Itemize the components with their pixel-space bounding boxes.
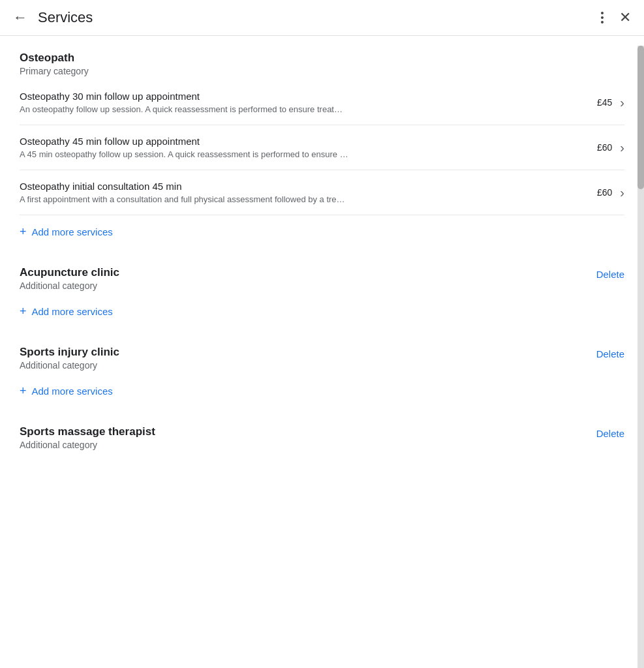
service-price-30min: £45	[597, 97, 612, 108]
page-title: Services	[38, 9, 598, 26]
dot1	[601, 12, 604, 14]
add-plus-icon-osteopath: +	[20, 226, 27, 237]
add-label-acupuncture: Add more services	[32, 306, 113, 317]
category-title-sports-massage: Sports massage therapist	[20, 425, 155, 438]
dot2	[601, 16, 604, 19]
service-info-30min: Osteopathy 30 min follow up appointment …	[20, 91, 597, 114]
add-plus-icon-acupuncture: +	[20, 305, 27, 317]
service-right-initial: £60 ›	[597, 185, 624, 200]
delete-button-acupuncture[interactable]: Delete	[596, 266, 624, 282]
category-title-acupuncture: Acupuncture clinic	[20, 266, 119, 279]
service-desc-45min-followup: A 45 min osteopathy follow up session. A…	[20, 149, 476, 159]
service-name-30min: Osteopathy 30 min follow up appointment	[20, 91, 587, 102]
chevron-icon-initial: ›	[620, 185, 624, 200]
service-desc-30min: An osteopathy follow up session. A quick…	[20, 104, 476, 114]
add-label-sports-injury: Add more services	[32, 386, 113, 397]
scroll-thumb[interactable]	[637, 46, 644, 189]
more-menu-button[interactable]	[598, 9, 606, 26]
content-area: Osteopath Primary category Osteopathy 30…	[0, 36, 644, 474]
category-info-acupuncture: Acupuncture clinic Additional category	[20, 266, 119, 291]
category-type-sports-injury: Additional category	[20, 360, 119, 371]
header: ← Services ✕	[0, 0, 644, 36]
category-info-osteopath: Osteopath Primary category	[20, 52, 89, 76]
category-type-osteopath: Primary category	[20, 66, 89, 76]
category-type-acupuncture: Additional category	[20, 281, 119, 291]
add-services-acupuncture[interactable]: + Add more services	[20, 295, 624, 317]
add-services-sports-injury[interactable]: + Add more services	[20, 374, 624, 397]
service-price-initial: £60	[597, 187, 612, 198]
close-button[interactable]: ✕	[619, 9, 631, 26]
add-label-osteopath: Add more services	[32, 226, 113, 237]
category-header-acupuncture: Acupuncture clinic Additional category D…	[20, 266, 624, 291]
category-title-sports-injury: Sports injury clinic	[20, 346, 119, 359]
service-info-initial: Osteopathy initial consultation 45 min A…	[20, 181, 597, 204]
category-section-acupuncture: Acupuncture clinic Additional category D…	[20, 266, 624, 317]
service-info-45min-followup: Osteopathy 45 min follow up appointment …	[20, 136, 597, 159]
service-right-30min: £45 ›	[597, 95, 624, 110]
service-price-45min-followup: £60	[597, 142, 612, 153]
chevron-icon-30min: ›	[620, 95, 624, 110]
header-actions: ✕	[598, 9, 631, 26]
spacer-2	[20, 325, 624, 346]
add-plus-icon-sports-injury: +	[20, 385, 27, 397]
category-type-sports-massage: Additional category	[20, 440, 155, 450]
service-item-initial[interactable]: Osteopathy initial consultation 45 min A…	[20, 170, 624, 215]
category-section-sports-injury: Sports injury clinic Additional category…	[20, 346, 624, 397]
category-info-sports-massage: Sports massage therapist Additional cate…	[20, 425, 155, 450]
spacer-1	[20, 245, 624, 266]
scroll-track	[637, 46, 644, 668]
delete-button-sports-injury[interactable]: Delete	[596, 346, 624, 362]
service-item-30min[interactable]: Osteopathy 30 min follow up appointment …	[20, 80, 624, 125]
category-header-sports-injury: Sports injury clinic Additional category…	[20, 346, 624, 371]
service-name-initial: Osteopathy initial consultation 45 min	[20, 181, 587, 192]
add-services-osteopath[interactable]: + Add more services	[20, 215, 624, 237]
spacer-3	[20, 404, 624, 425]
category-section-sports-massage: Sports massage therapist Additional cate…	[20, 425, 624, 450]
category-header-sports-massage: Sports massage therapist Additional cate…	[20, 425, 624, 450]
category-title-osteopath: Osteopath	[20, 52, 89, 65]
service-desc-initial: A first appointment with a consultation …	[20, 194, 476, 204]
delete-button-sports-massage[interactable]: Delete	[596, 425, 624, 442]
service-name-45min-followup: Osteopathy 45 min follow up appointment	[20, 136, 587, 147]
chevron-icon-45min-followup: ›	[620, 140, 624, 155]
category-info-sports-injury: Sports injury clinic Additional category	[20, 346, 119, 371]
services-panel: ← Services ✕ Osteopath Primary category	[0, 0, 644, 668]
service-right-45min-followup: £60 ›	[597, 140, 624, 155]
category-header-osteopath: Osteopath Primary category	[20, 52, 624, 76]
category-section-osteopath: Osteopath Primary category Osteopathy 30…	[20, 52, 624, 237]
service-item-45min-followup[interactable]: Osteopathy 45 min follow up appointment …	[20, 125, 624, 170]
dot3	[601, 21, 604, 23]
back-button[interactable]: ←	[13, 9, 27, 26]
